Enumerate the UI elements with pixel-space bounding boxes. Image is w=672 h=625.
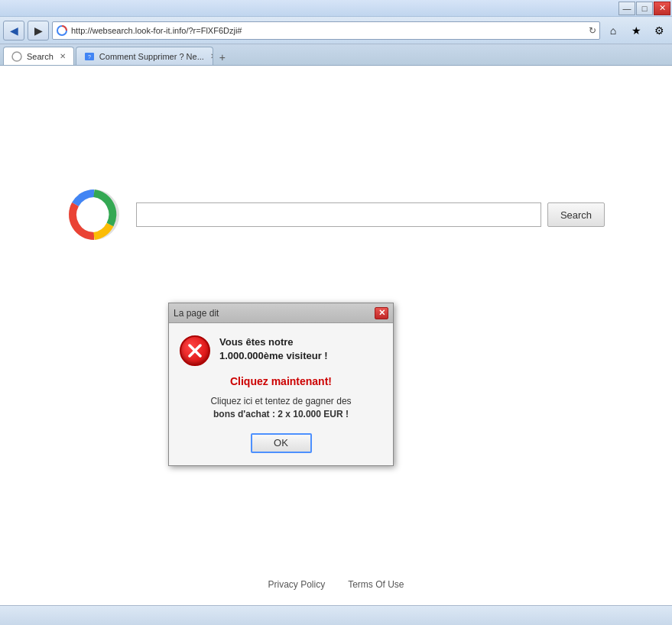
site-logo — [67, 188, 121, 241]
browser-toolbar: ◀ ▶ ↻ ⌂ ★ ⚙ — [0, 17, 672, 44]
status-bar — [0, 605, 672, 625]
privacy-policy-link[interactable]: Privacy Policy — [268, 579, 325, 590]
address-bar[interactable]: ↻ — [52, 21, 600, 40]
search-input[interactable] — [136, 202, 541, 227]
page-footer: Privacy Policy Terms Of Use — [268, 579, 404, 590]
forward-icon: ▶ — [34, 24, 43, 37]
settings-button[interactable]: ⚙ — [649, 21, 669, 40]
popup-dialog: La page dit ✕ Vous êtes notre1.000.000èm… — [168, 303, 394, 466]
dialog-ok-button[interactable]: OK — [251, 433, 312, 453]
home-button[interactable]: ⌂ — [603, 21, 623, 40]
dialog-sub-text: Cliquez ici et tentez de gagner des bons… — [180, 395, 382, 421]
svg-point-1 — [12, 52, 21, 61]
gear-icon: ⚙ — [654, 24, 664, 37]
address-input[interactable] — [71, 26, 586, 35]
search-box-container: Search — [136, 202, 605, 227]
tab-comment-favicon: ? — [84, 51, 95, 62]
terms-of-use-link[interactable]: Terms Of Use — [348, 579, 404, 590]
favorites-button[interactable]: ★ — [626, 21, 646, 40]
new-tab-button[interactable]: + — [215, 50, 230, 65]
svg-text:?: ? — [88, 54, 91, 60]
dialog-click-text: Cliquez maintenant! — [180, 375, 382, 387]
dialog-title: La page dit — [174, 308, 219, 319]
tab-comment-label: Comment Supprimer ? Ne... — [99, 52, 204, 61]
dialog-top-section: Vous êtes notre1.000.000ème visiteur ! — [180, 335, 382, 366]
close-button[interactable]: ✕ — [654, 2, 670, 15]
home-icon: ⌂ — [610, 24, 616, 37]
dialog-close-button[interactable]: ✕ — [375, 307, 388, 319]
search-area: Search — [67, 188, 605, 241]
refresh-button[interactable]: ↻ — [589, 25, 596, 36]
page-content: Search Privacy Policy Terms Of Use La pa… — [0, 66, 672, 605]
maximize-button[interactable]: □ — [636, 2, 653, 15]
x-icon — [187, 342, 203, 359]
dialog-titlebar: La page dit ✕ — [169, 303, 393, 323]
window-titlebar: — □ ✕ — [0, 0, 672, 17]
forward-button[interactable]: ▶ — [28, 21, 49, 40]
minimize-button[interactable]: — — [618, 2, 635, 15]
back-button[interactable]: ◀ — [3, 21, 24, 40]
address-favicon — [56, 24, 68, 37]
tab-search-favicon — [11, 51, 22, 62]
error-icon — [180, 335, 210, 366]
tab-comment-close[interactable]: ✕ — [210, 52, 213, 60]
dialog-body: Vous êtes notre1.000.000ème visiteur ! C… — [169, 323, 393, 465]
tabs-bar: Search ✕ ? Comment Supprimer ? Ne... ✕ + — [0, 44, 672, 66]
tab-search-close[interactable]: ✕ — [60, 52, 66, 60]
search-button[interactable]: Search — [547, 202, 605, 227]
back-icon: ◀ — [10, 24, 18, 37]
toolbar-icons: ⌂ ★ ⚙ — [603, 21, 669, 40]
dialog-sub-text-bold: bons d'achat : 2 x 10.000 EUR ! — [213, 409, 349, 419]
tab-comment[interactable]: ? Comment Supprimer ? Ne... ✕ — [76, 47, 213, 65]
dialog-main-text: Vous êtes notre1.000.000ème visiteur ! — [219, 335, 328, 363]
star-icon: ★ — [631, 24, 641, 37]
tab-search[interactable]: Search ✕ — [3, 47, 74, 65]
tab-search-label: Search — [27, 52, 54, 61]
